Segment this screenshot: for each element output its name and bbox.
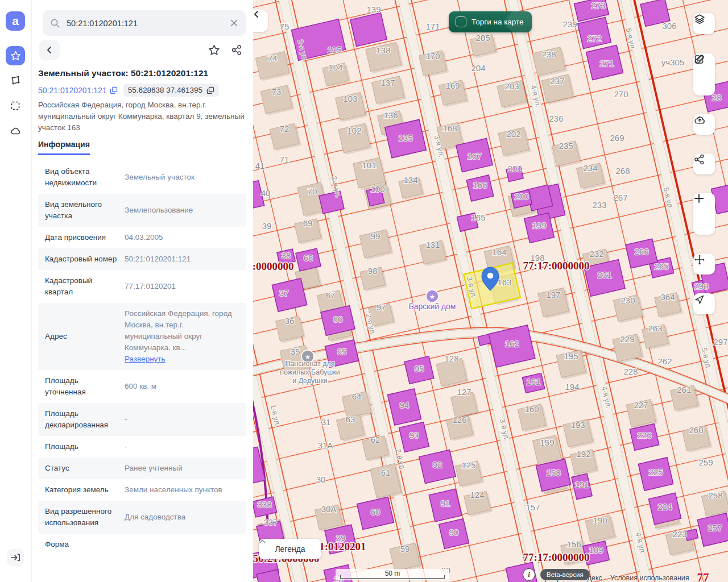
parcel-number-label: 103 <box>343 94 357 103</box>
parcel-number-label: уч305 <box>661 57 684 67</box>
parcel-number-label: 269 <box>610 133 624 143</box>
coordinates-chip[interactable]: 55.628638 37.461395 <box>123 84 219 97</box>
zoom-out-button[interactable] <box>693 214 715 235</box>
copy-icon[interactable] <box>206 86 214 94</box>
info-row: Площадь уточненная600 кв. м <box>38 370 246 403</box>
search-input[interactable] <box>65 18 225 28</box>
clear-search-icon[interactable] <box>230 19 238 27</box>
parcel-number-label: 162 <box>504 339 519 348</box>
dashed-square-icon <box>10 100 21 111</box>
trades-on-map-toggle[interactable]: Торги на карте <box>449 11 532 32</box>
trades-checkbox[interactable] <box>456 16 466 27</box>
parcel-number-label: 223 <box>672 529 686 539</box>
cadastral-number-link[interactable]: 50:21:0120201:121 <box>38 86 118 95</box>
parcel-number-label: 171 <box>425 22 440 31</box>
poi-glyph: ★ <box>429 293 435 300</box>
parcel-number-label: 37 <box>279 288 289 298</box>
star-icon <box>10 51 21 61</box>
parcel-number-label: 135 <box>398 133 412 143</box>
copy-icon[interactable] <box>110 86 118 94</box>
parcel-number-label: 134 <box>403 175 417 185</box>
edit-button[interactable] <box>693 74 715 95</box>
exit-icon <box>10 552 20 563</box>
terms-link[interactable]: Условия использования <box>610 574 689 582</box>
object-address: Российская Федерация, город Москва, вн.т… <box>38 99 246 134</box>
parcel-number-label: 263 <box>648 323 662 333</box>
search-bar <box>43 10 246 36</box>
parcel-number-label: 68 <box>304 253 313 263</box>
rail-area-select-button[interactable] <box>6 96 25 115</box>
parcel-number-label: 234 <box>583 163 597 173</box>
cloud-upload-button[interactable] <box>693 114 715 135</box>
info-row-label: Кадастровый квартал <box>45 275 118 298</box>
scale-line <box>340 575 445 579</box>
parcel-number-label: 125 <box>461 460 475 470</box>
info-row: Кадастровый квартал77:17:0120201 <box>38 270 246 303</box>
info-row-label: Вид объекта недвижимости <box>45 166 118 189</box>
parcel-number-label: 270 <box>614 89 628 99</box>
locate-button[interactable] <box>693 293 715 314</box>
info-row-label: Вид разрешенного использования <box>45 506 118 529</box>
info-row: Кадастровый номер50:21:0120201:121 <box>38 248 246 270</box>
parcel-number-label: 189 <box>589 545 603 555</box>
parcel-number-label: 238 <box>541 49 556 59</box>
parcel-number-label: 364 <box>660 292 675 302</box>
info-row-value: Земли населенных пунктов <box>125 484 239 496</box>
quarter-number-label: 77:17:0000000 <box>523 260 589 272</box>
parcel-number-label: 235 <box>559 141 573 151</box>
info-row-value: Российская Федерация, город Москва, вн.т… <box>125 308 239 365</box>
parcel-number-label: 237 <box>550 76 564 86</box>
info-button[interactable]: i <box>523 568 535 581</box>
parcel-number-label: 197 <box>546 290 560 300</box>
rail-polygon-select-button[interactable] <box>6 70 25 90</box>
legend-button[interactable]: Легенда <box>259 539 321 559</box>
parcel-number-label: 193 <box>570 420 585 430</box>
parcel-number-label: 205 <box>475 33 490 43</box>
back-button[interactable] <box>39 40 60 60</box>
parcel-number-label: 338 <box>257 500 271 509</box>
coordinates-text: 55.628638 37.461395 <box>128 86 202 94</box>
app-logo[interactable]: a <box>6 11 25 31</box>
poi-label: Барский дом <box>409 302 456 311</box>
search-icon <box>50 18 60 28</box>
beta-badge: Beta-версия <box>540 569 590 580</box>
parcel-number-label: 75 <box>280 22 289 31</box>
tab-information[interactable]: Информация <box>38 140 90 155</box>
region-logo: 77 <box>697 571 709 582</box>
chevron-left-icon <box>45 45 54 55</box>
rail-favorites-button[interactable] <box>6 46 25 65</box>
parcel-number-label: 199 <box>532 221 546 230</box>
building-registered[interactable] <box>685 529 698 541</box>
parcel-number-label: 262 <box>657 356 672 366</box>
parcel-number-label: 224 <box>657 502 672 512</box>
layers-button[interactable] <box>693 13 715 34</box>
rail-cloud-button[interactable] <box>6 122 25 141</box>
pan-button[interactable] <box>693 253 715 275</box>
parcel-number-label: 61 <box>381 468 391 477</box>
info-row-value: - <box>125 441 239 452</box>
location-arrow-icon <box>693 293 705 305</box>
parcel-number-label: 190 <box>593 516 607 525</box>
rail-exit-button[interactable] <box>7 549 24 566</box>
pan-control <box>693 253 715 275</box>
info-row-value: 04.03.2005 <box>125 232 239 243</box>
share-button[interactable] <box>226 40 247 60</box>
parcel-number-label: 131 <box>425 240 440 250</box>
parcel-number-label: 267 <box>613 193 627 202</box>
parcel-number-label: 201 <box>507 164 522 173</box>
parcel-number-label: 39 <box>262 221 272 231</box>
expand-address-link[interactable]: Развернуть <box>125 355 166 363</box>
parcel-number-label: 258 <box>708 490 722 500</box>
favorite-button[interactable] <box>204 40 224 60</box>
zoom-control <box>693 193 715 235</box>
parcel-number-label: 63 <box>346 414 355 424</box>
map-canvas[interactable]: 7510513917120523927330674104138170204238… <box>253 0 728 582</box>
map-area[interactable]: 7510513917120523927330674104138170204238… <box>253 0 728 582</box>
parcel-number-label: 100 <box>370 184 384 194</box>
info-row-value: Ранее учтенный <box>125 463 239 474</box>
collapse-panel-button[interactable] <box>253 10 268 32</box>
share-map-button[interactable] <box>693 153 715 174</box>
parcel-number-label: 229 <box>620 334 634 344</box>
parcel-number-label: 38 <box>282 251 291 260</box>
parcel-number-label: 231 <box>597 270 611 280</box>
